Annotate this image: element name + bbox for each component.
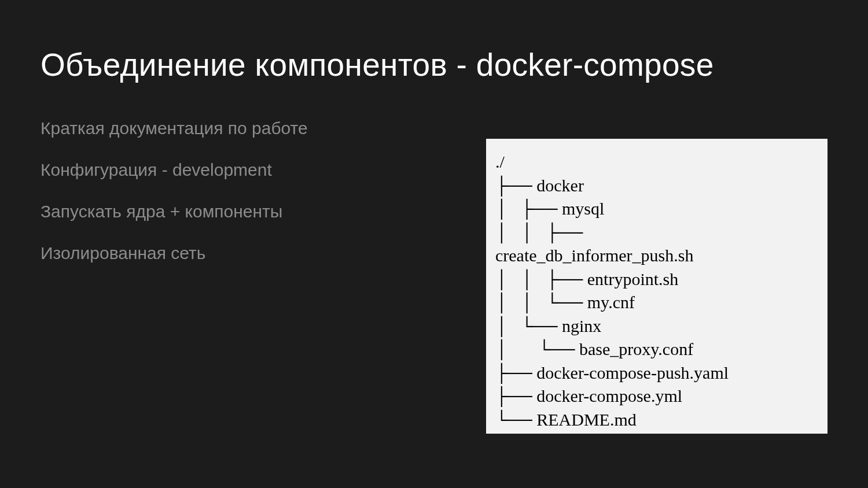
bullet-item: Краткая документация по работе [41,118,827,139]
slide-title: Объединение компонентов - docker-compose [41,46,827,83]
file-tree: ./ ├── docker │ ├── mysql │ │ ├── create… [486,139,827,434]
slide: Объединение компонентов - docker-compose… [0,0,868,488]
